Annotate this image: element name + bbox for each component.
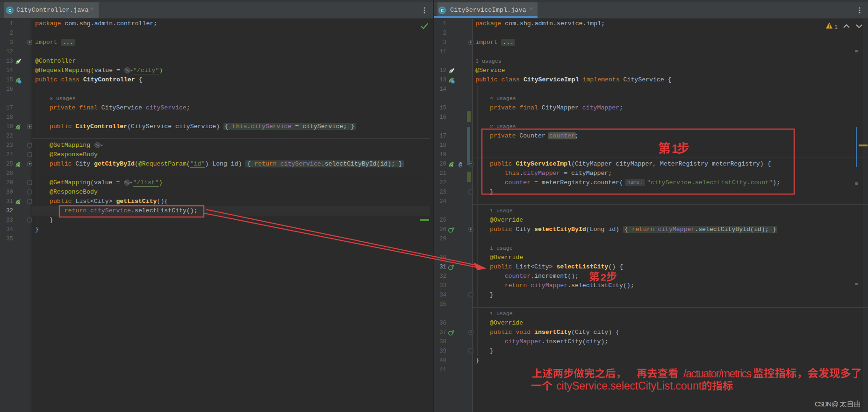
svg-text:/actuator/metrics: /actuator/metrics [683, 368, 752, 380]
svg-text:1: 1 [672, 142, 678, 155]
svg-text:2: 2 [601, 272, 606, 282]
svg-text:@: @ [459, 161, 462, 168]
svg-text:1: 1 [834, 24, 838, 30]
svg-text:C: C [441, 8, 444, 14]
svg-text:C: C [8, 8, 11, 14]
svg-text:CSDN @: CSDN @ [815, 400, 839, 408]
svg-text:cityService.selectCityList.cou: cityService.selectCityList.count [556, 380, 702, 392]
